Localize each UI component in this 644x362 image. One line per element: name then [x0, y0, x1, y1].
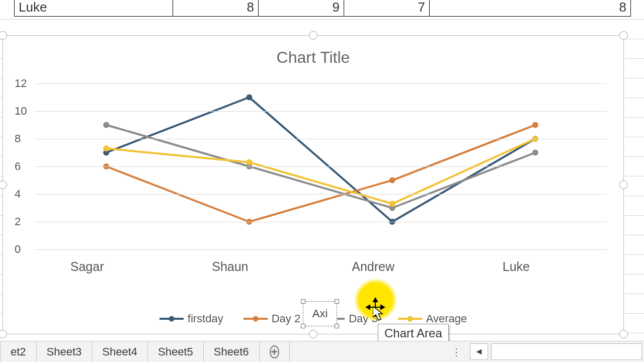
resize-handle[interactable]	[301, 299, 305, 304]
chart-title[interactable]: Chart Title	[3, 48, 623, 67]
svg-point-6	[389, 177, 395, 184]
resize-handle[interactable]	[0, 31, 7, 40]
gridline	[35, 139, 607, 139]
axis-title-textbox[interactable]: Axi	[303, 301, 337, 326]
horizontal-scrollbar[interactable]	[491, 343, 642, 360]
x-tick-label: Andrew	[352, 259, 394, 274]
scroll-left-button[interactable]: ◄	[470, 343, 488, 360]
legend-label: Day 2	[272, 312, 300, 325]
resize-handle[interactable]	[0, 180, 7, 189]
sheet-tab[interactable]: Sheet3	[37, 341, 93, 362]
resize-handle[interactable]	[309, 330, 317, 338]
legend-label: Day 3	[349, 312, 377, 325]
y-tick-label: 6	[15, 160, 21, 173]
sheet-tab[interactable]: Sheet5	[148, 341, 204, 362]
resize-handle[interactable]	[309, 31, 317, 40]
svg-point-7	[532, 122, 538, 128]
svg-marker-18	[373, 298, 377, 302]
gridline	[35, 194, 607, 195]
cell-name[interactable]: Luke	[15, 0, 173, 17]
resize-handle[interactable]	[301, 324, 305, 328]
y-tick-label: 10	[15, 105, 27, 118]
axis-title-text: Axi	[312, 307, 328, 320]
y-tick-label: 4	[15, 188, 21, 201]
plot-area-wrap: 024681012SagarShaunAndrewLuke	[16, 83, 607, 249]
legend-swatch	[398, 318, 422, 320]
new-sheet-button[interactable]: +	[260, 341, 290, 362]
x-tick-label: Shaun	[212, 259, 248, 274]
sheet-tab[interactable]: Sheet6	[204, 341, 260, 362]
legend-swatch	[244, 318, 268, 320]
legend-label: firstday	[188, 312, 223, 325]
data-table[interactable]: Andrew 2 5 3 3.333333333 Luke 8 9 7 8	[14, 0, 631, 17]
y-tick-label: 8	[15, 132, 21, 145]
legend-item[interactable]: Day 2	[244, 312, 300, 325]
chart-object[interactable]: Chart Title 024681012SagarShaunAndrewLuk…	[3, 35, 624, 334]
svg-point-1	[246, 95, 252, 101]
y-tick-label: 0	[15, 243, 21, 256]
x-tick-label: Sagar	[70, 259, 104, 274]
resize-handle[interactable]	[335, 299, 339, 304]
tab-options-icon[interactable]: ⋮	[447, 341, 467, 362]
sheet-tab[interactable]: et2	[0, 341, 37, 362]
resize-handle[interactable]	[619, 180, 628, 189]
x-tick-label: Luke	[503, 259, 530, 274]
gridline	[35, 249, 607, 250]
plus-icon: +	[270, 345, 279, 358]
svg-point-8	[103, 122, 109, 128]
cell-value[interactable]: 8	[430, 0, 631, 17]
svg-point-12	[103, 145, 109, 151]
gridline	[35, 111, 607, 112]
resize-handle[interactable]	[335, 324, 339, 328]
gridline	[35, 166, 607, 167]
gridline	[35, 83, 607, 84]
svg-point-14	[389, 201, 395, 207]
gridline	[35, 222, 607, 222]
resize-handle[interactable]	[619, 31, 628, 40]
sheet-tab[interactable]: Sheet4	[92, 341, 148, 362]
legend-swatch	[159, 318, 184, 320]
table-row: Luke 8 9 7 8	[15, 0, 631, 17]
y-tick-label: 2	[15, 215, 21, 228]
y-tick-label: 12	[15, 77, 27, 90]
cell-value[interactable]: 9	[259, 0, 344, 17]
resize-handle[interactable]	[619, 330, 628, 338]
cell-value[interactable]: 8	[173, 0, 259, 17]
chart-area-tooltip: Chart Area	[378, 324, 449, 343]
legend-item[interactable]: firstday	[159, 312, 223, 325]
svg-point-13	[246, 159, 252, 165]
svg-point-11	[532, 150, 538, 156]
sheet-tab-strip: et2 Sheet3 Sheet4 Sheet5 Sheet6 + ⋮ ◄	[0, 341, 644, 362]
cell-value[interactable]: 7	[344, 0, 430, 17]
